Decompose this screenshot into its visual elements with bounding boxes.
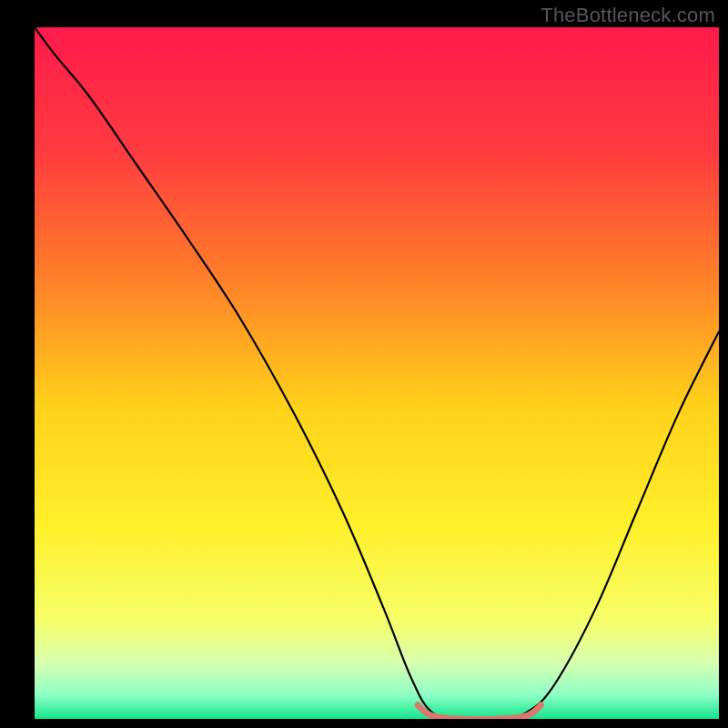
gradient-background [35,27,719,719]
watermark-text: TheBottleneck.com [541,4,715,27]
bottleneck-chart [0,0,728,728]
chart-frame: TheBottleneck.com [0,0,728,728]
